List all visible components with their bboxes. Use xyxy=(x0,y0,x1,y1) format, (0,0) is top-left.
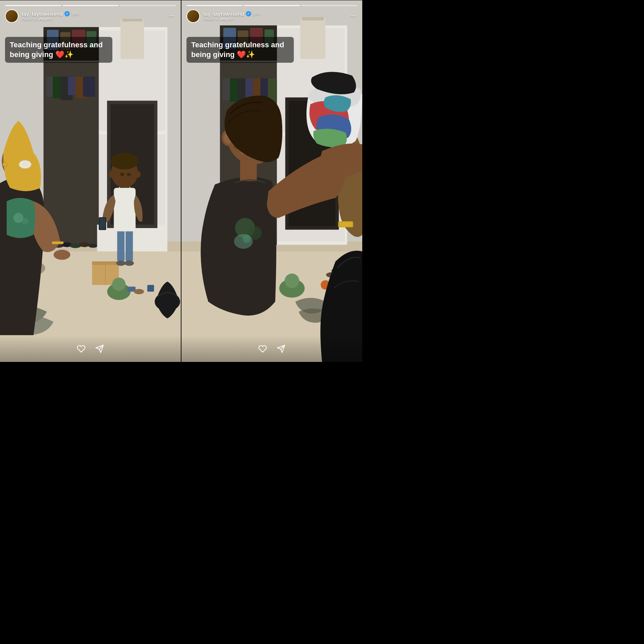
svg-point-99 xyxy=(284,273,299,288)
caption-bg-2: Teaching gratefulness and being giving ❤… xyxy=(186,37,294,63)
svg-rect-48 xyxy=(52,241,64,244)
svg-point-38 xyxy=(112,277,125,291)
svg-point-40 xyxy=(134,289,144,294)
progress-bars-1 xyxy=(5,5,176,6)
svg-point-59 xyxy=(110,153,139,169)
progress-bar-2-1 xyxy=(186,5,243,6)
progress-bar-2-3 xyxy=(301,5,357,6)
more-button-1[interactable]: ··· xyxy=(167,10,176,21)
svg-point-45 xyxy=(21,162,29,167)
avatar-2[interactable] xyxy=(186,9,200,23)
svg-point-25 xyxy=(79,243,90,247)
svg-point-61 xyxy=(127,173,131,176)
avatar-image-1 xyxy=(6,10,18,22)
svg-point-62 xyxy=(108,171,114,178)
added-to-link-1[interactable]: Adyn! xyxy=(39,17,50,21)
username-row-2: tay_taytownsend ✓ 10h xyxy=(203,11,345,17)
svg-rect-105 xyxy=(339,222,352,227)
caption-text-2: Teaching gratefulness and being giving ❤… xyxy=(191,41,284,59)
story-1-bottom xyxy=(0,335,181,362)
send-button-1[interactable] xyxy=(95,344,105,354)
caption-text-1: Teaching gratefulness and being giving ❤… xyxy=(10,41,103,59)
caption-overlay-1: Teaching gratefulness and being giving ❤… xyxy=(5,37,164,63)
svg-rect-20 xyxy=(83,77,95,97)
user-info-2: tay_taytownsend ✓ 10h Added to Adyn! › ·… xyxy=(186,9,357,23)
caption-overlay-2: Teaching gratefulness and being giving ❤… xyxy=(186,37,345,63)
more-button-2[interactable]: ··· xyxy=(348,10,357,21)
story-1-header: tay_taytownsend ✓ 10h Added to Adyn! › ·… xyxy=(0,0,181,23)
story-2-header: tay_taytownsend ✓ 10h Added to Adyn! › ·… xyxy=(181,0,362,23)
verified-badge-1: ✓ xyxy=(64,11,70,16)
caption-bg-1: Teaching gratefulness and being giving ❤… xyxy=(5,37,112,63)
svg-point-60 xyxy=(120,173,124,176)
svg-point-117 xyxy=(243,235,251,243)
svg-rect-57 xyxy=(99,218,105,229)
avatar-1[interactable] xyxy=(5,9,18,23)
progress-bar-3 xyxy=(120,5,176,6)
timestamp-1: 10h xyxy=(71,11,79,16)
timestamp-2: 10h xyxy=(253,11,260,16)
svg-point-26 xyxy=(89,244,98,248)
added-to-2: Added to Adyn! › xyxy=(203,17,345,21)
verified-badge-2: ✓ xyxy=(246,11,251,16)
svg-point-47 xyxy=(54,250,70,260)
send-button-2[interactable] xyxy=(276,344,286,354)
verified-icon-1: ✓ xyxy=(66,12,68,15)
svg-point-46 xyxy=(3,162,7,167)
added-to-1: Added to Adyn! › xyxy=(22,17,163,21)
username-2[interactable]: tay_taytownsend xyxy=(203,11,244,17)
send-icon-svg-2 xyxy=(277,344,285,353)
svg-point-53 xyxy=(116,261,125,266)
added-to-link-2[interactable]: Adyn! xyxy=(220,17,232,21)
svg-rect-55 xyxy=(114,188,136,231)
user-details-2: tay_taytownsend ✓ 10h Added to Adyn! › xyxy=(203,11,345,21)
svg-rect-51 xyxy=(117,228,124,262)
heart-button-1[interactable] xyxy=(76,344,86,354)
heart-icon-svg-2 xyxy=(258,344,267,353)
story-2[interactable]: tay_taytownsend ✓ 10h Added to Adyn! › ·… xyxy=(181,0,362,362)
svg-point-116 xyxy=(234,234,253,249)
progress-bar-2 xyxy=(62,5,118,6)
heart-button-2[interactable] xyxy=(258,344,268,354)
send-icon-svg-1 xyxy=(95,344,104,353)
username-1[interactable]: tay_taytownsend xyxy=(22,11,63,17)
svg-point-63 xyxy=(135,171,141,178)
svg-point-54 xyxy=(124,261,134,266)
progress-bar-1 xyxy=(5,5,61,6)
story-1[interactable]: tay_taytownsend ✓ 10h Added to Adyn! › ·… xyxy=(0,0,181,362)
verified-icon-2: ✓ xyxy=(247,12,250,15)
username-row-1: tay_taytownsend ✓ 10h xyxy=(22,11,163,17)
avatar-image-2 xyxy=(187,10,199,22)
progress-bars-2 xyxy=(186,5,357,6)
user-details-1: tay_taytownsend ✓ 10h Added to Adyn! › xyxy=(22,11,163,21)
svg-rect-52 xyxy=(125,228,133,262)
heart-icon-svg-1 xyxy=(77,344,86,353)
svg-rect-41 xyxy=(147,285,154,291)
story-2-bottom xyxy=(181,335,362,362)
svg-point-50 xyxy=(22,218,29,225)
progress-bar-2-2 xyxy=(244,5,300,6)
user-info-1: tay_taytownsend ✓ 10h Added to Adyn! › ·… xyxy=(5,9,176,23)
stories-container: tay_taytownsend ✓ 10h Added to Adyn! › ·… xyxy=(0,0,362,362)
